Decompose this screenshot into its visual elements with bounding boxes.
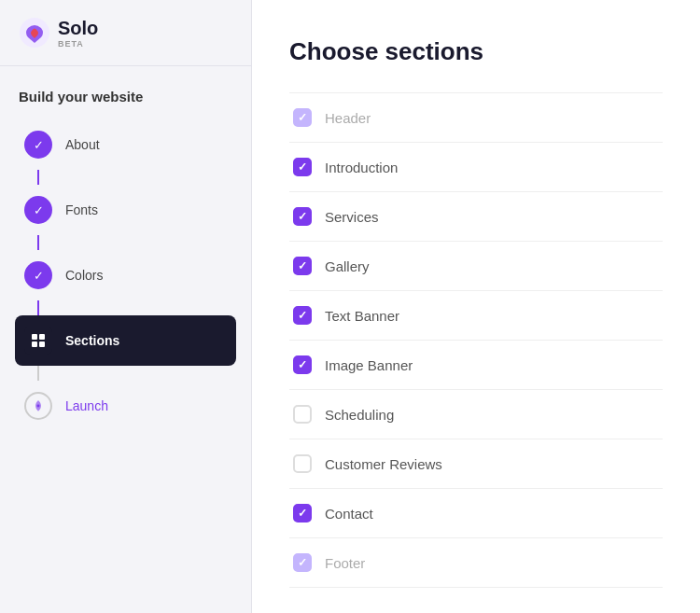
section-item-text-banner[interactable]: ✓ Text Banner <box>289 291 663 341</box>
connector-3 <box>37 300 39 315</box>
svg-rect-2 <box>39 334 45 340</box>
about-step-icon: ✓ <box>24 131 52 159</box>
logo-beta: BETA <box>58 39 98 49</box>
sidebar-item-launch[interactable]: Launch <box>15 381 236 431</box>
section-label-text-banner: Text Banner <box>325 308 399 324</box>
checkbox-text-banner: ✓ <box>293 306 312 325</box>
section-item-customer-reviews[interactable]: Customer Reviews <box>289 439 663 489</box>
sidebar-item-label-colors: Colors <box>65 268 103 283</box>
section-label-introduction: Introduction <box>325 160 398 175</box>
checkbox-gallery: ✓ <box>293 257 312 275</box>
section-label-gallery: Gallery <box>325 258 370 274</box>
sidebar-title: Build your website <box>0 66 251 119</box>
checkbox-introduction: ✓ <box>293 158 312 176</box>
sections-list: ✓ Header ✓ Introduction ✓ Services ✓ Gal… <box>289 92 663 588</box>
sidebar-item-label-launch: Launch <box>65 398 108 413</box>
checkbox-image-banner: ✓ <box>293 355 312 374</box>
checkbox-footer: ✓ <box>293 553 312 572</box>
sidebar-item-label-sections: Sections <box>65 333 119 348</box>
svg-rect-4 <box>39 341 45 347</box>
connector-4 <box>37 366 39 381</box>
logo-area: Solo BETA <box>0 0 251 66</box>
section-label-image-banner: Image Banner <box>325 357 413 373</box>
sidebar: Solo BETA Build your website ✓ About ✓ F… <box>0 0 252 613</box>
section-item-contact[interactable]: ✓ Contact <box>289 489 663 538</box>
checkbox-header: ✓ <box>293 108 312 127</box>
section-item-services[interactable]: ✓ Services <box>289 192 663 242</box>
section-label-footer: Footer <box>325 555 365 571</box>
section-label-services: Services <box>325 209 379 225</box>
sidebar-item-about[interactable]: ✓ About <box>15 119 236 170</box>
launch-step-icon <box>24 392 52 420</box>
sidebar-nav: ✓ About ✓ Fonts ✓ Colors <box>0 119 251 431</box>
section-item-header[interactable]: ✓ Header <box>289 93 663 143</box>
logo-text: Solo <box>58 17 98 39</box>
fonts-step-icon: ✓ <box>24 196 52 224</box>
sidebar-item-label-about: About <box>65 137 100 152</box>
section-label-customer-reviews: Customer Reviews <box>325 456 442 472</box>
section-item-scheduling[interactable]: Scheduling <box>289 390 663 439</box>
svg-point-5 <box>37 405 40 408</box>
connector-2 <box>37 235 39 250</box>
sections-step-icon <box>24 327 52 355</box>
colors-step-icon: ✓ <box>24 261 52 289</box>
section-item-gallery[interactable]: ✓ Gallery <box>289 242 663 291</box>
section-label-contact: Contact <box>325 506 373 522</box>
svg-rect-1 <box>32 334 37 340</box>
checkbox-services: ✓ <box>293 207 312 226</box>
sidebar-item-fonts[interactable]: ✓ Fonts <box>15 185 236 235</box>
page-title: Choose sections <box>289 37 663 66</box>
sidebar-item-colors[interactable]: ✓ Colors <box>15 250 236 300</box>
section-item-image-banner[interactable]: ✓ Image Banner <box>289 341 663 390</box>
checkbox-scheduling <box>293 405 312 424</box>
section-label-header: Header <box>325 110 371 126</box>
sidebar-item-sections[interactable]: Sections <box>15 315 236 366</box>
section-item-introduction[interactable]: ✓ Introduction <box>289 143 663 192</box>
sidebar-item-label-fonts: Fonts <box>65 202 98 217</box>
main-content: Choose sections ✓ Header ✓ Introduction … <box>252 0 700 613</box>
checkbox-customer-reviews <box>293 454 312 473</box>
section-label-scheduling: Scheduling <box>325 407 394 423</box>
section-item-footer[interactable]: ✓ Footer <box>289 538 663 588</box>
svg-rect-3 <box>32 341 37 347</box>
checkbox-contact: ✓ <box>293 504 312 522</box>
connector-1 <box>37 170 39 185</box>
solo-logo-icon <box>19 17 50 49</box>
